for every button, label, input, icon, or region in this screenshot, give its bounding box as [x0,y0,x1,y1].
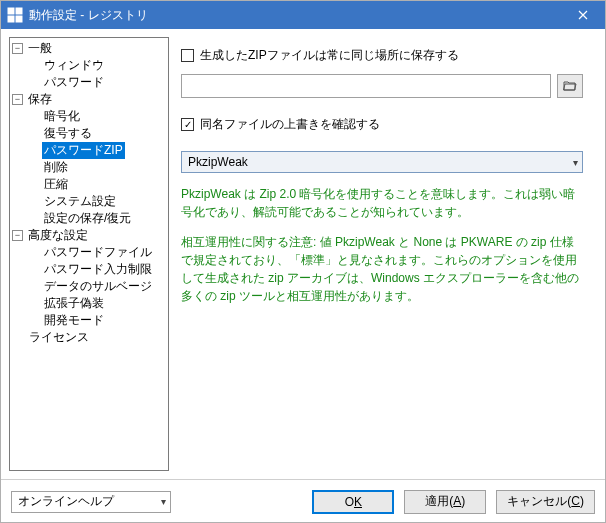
tree-node-advanced[interactable]: − 高度な設定 [10,227,168,244]
tree-node-password[interactable]: パスワード [10,74,168,91]
tree-label: ライセンス [27,329,91,346]
tree-node-password-input-limit[interactable]: パスワード入力制限 [10,261,168,278]
help-select[interactable]: オンラインヘルプ ▾ [11,491,171,513]
cancel-button[interactable]: キャンセル(C) [496,490,595,514]
tree-node-window[interactable]: ウィンドウ [10,57,168,74]
checkbox-unchecked-icon[interactable] [181,49,194,62]
checkbox-row-confirm-overwrite[interactable]: 同名ファイルの上書きを確認する [181,116,583,133]
main-area: − 一般 ウィンドウ パスワード − 保存 暗号化 復号する パスワードZIP … [1,29,605,479]
tree-label: 暗号化 [42,108,82,125]
svg-rect-1 [16,8,22,14]
checkbox-label: 生成したZIPファイルは常に同じ場所に保存する [200,47,459,64]
path-row [181,74,583,98]
chevron-down-icon: ▾ [573,157,578,168]
ok-button[interactable]: OK [312,490,394,514]
checkbox-label: 同名ファイルの上書きを確認する [200,116,380,133]
tree-label: 復号する [42,125,94,142]
info-paragraph: 相互運用性に関する注意: 値 PkzipWeak と None は PKWARE… [181,233,583,305]
tree-label: パスワード [42,74,106,91]
tree-node-compression[interactable]: 圧縮 [10,176,168,193]
select-value: PkzipWeak [188,155,573,169]
window-title: 動作設定 - レジストリ [29,7,561,24]
minus-icon[interactable]: − [12,94,23,105]
chevron-down-icon: ▾ [161,496,166,507]
tree-node-password-zip[interactable]: パスワードZIP [10,142,168,159]
title-bar: 動作設定 - レジストリ [1,1,605,29]
close-button[interactable] [561,1,605,29]
tree-node-encryption[interactable]: 暗号化 [10,108,168,125]
tree-node-data-salvage[interactable]: データのサルベージ [10,278,168,295]
content-panel: 生成したZIPファイルは常に同じ場所に保存する 同名ファイルの上書きを確認する … [177,37,597,471]
app-icon [7,7,23,23]
tree-node-delete[interactable]: 削除 [10,159,168,176]
checkbox-row-save-location[interactable]: 生成したZIPファイルは常に同じ場所に保存する [181,47,583,64]
tree-label: 設定の保存/復元 [42,210,133,227]
svg-rect-0 [8,8,14,14]
tree-label: 拡張子偽装 [42,295,106,312]
encryption-algo-select[interactable]: PkzipWeak ▾ [181,151,583,173]
help-select-value: オンラインヘルプ [18,493,161,510]
tree-label: ウィンドウ [42,57,106,74]
tree-label: システム設定 [42,193,118,210]
tree-label: パスワードファイル [42,244,154,261]
apply-button[interactable]: 適用(A) [404,490,486,514]
tree-label: パスワード入力制限 [42,261,154,278]
tree-label: 高度な設定 [26,227,90,244]
tree-label: 保存 [26,91,54,108]
info-text: PkzipWeak は Zip 2.0 暗号化を使用することを意味します。これは… [181,185,583,305]
info-paragraph: PkzipWeak は Zip 2.0 暗号化を使用することを意味します。これは… [181,185,583,221]
tree-label: 一般 [26,40,54,57]
save-path-input[interactable] [181,74,551,98]
tree-label: 開発モード [42,312,106,329]
folder-open-icon [563,79,577,94]
tree-node-license[interactable]: ライセンス [10,329,168,346]
tree-node-password-file[interactable]: パスワードファイル [10,244,168,261]
button-label: 適用(A) [425,493,465,510]
tree-node-system-settings[interactable]: システム設定 [10,193,168,210]
tree-node-general[interactable]: − 一般 [10,40,168,57]
svg-rect-2 [8,16,14,22]
tree-label-selected: パスワードZIP [42,142,125,159]
tree-node-ext-spoof[interactable]: 拡張子偽装 [10,295,168,312]
tree-label: 削除 [42,159,70,176]
bottom-bar: オンラインヘルプ ▾ OK 適用(A) キャンセル(C) [1,479,605,523]
minus-icon[interactable]: − [12,230,23,241]
tree-node-settings-backup[interactable]: 設定の保存/復元 [10,210,168,227]
checkbox-checked-icon[interactable] [181,118,194,131]
button-label: キャンセル(C) [507,493,584,510]
tree-node-dev-mode[interactable]: 開発モード [10,312,168,329]
button-label: OK [345,495,362,509]
svg-rect-3 [16,16,22,22]
tree-node-save[interactable]: − 保存 [10,91,168,108]
browse-button[interactable] [557,74,583,98]
minus-icon[interactable]: − [12,43,23,54]
tree-label: データのサルベージ [42,278,154,295]
settings-tree[interactable]: − 一般 ウィンドウ パスワード − 保存 暗号化 復号する パスワードZIP … [9,37,169,471]
tree-label: 圧縮 [42,176,70,193]
tree-node-restore[interactable]: 復号する [10,125,168,142]
